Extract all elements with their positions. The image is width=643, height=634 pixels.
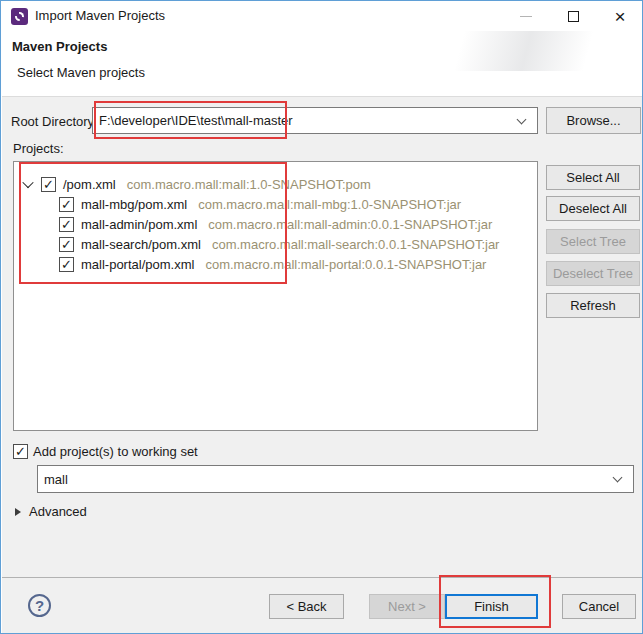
tree-item-label: mall-portal/pom.xml	[81, 257, 194, 272]
tree-item-mall-portal[interactable]: ✓ mall-portal/pom.xml com.macro.mall:mal…	[14, 254, 537, 274]
checkbox-mall-admin[interactable]: ✓	[59, 217, 74, 232]
wizard-content: Root Directory: F:\developer\IDE\test\ma…	[2, 97, 643, 577]
tree-item-label: mall-search/pom.xml	[81, 237, 201, 252]
advanced-expander[interactable]: Advanced	[15, 504, 87, 519]
minimize-button	[506, 1, 546, 31]
tree-item-artifact: com.macro.mall:mall-portal:0.0.1-SNAPSHO…	[205, 257, 486, 272]
tree-item-mall-admin[interactable]: ✓ mall-admin/pom.xml com.macro.mall:mall…	[14, 214, 537, 234]
close-button[interactable]: ×	[600, 1, 640, 31]
import-maven-projects-dialog: Import Maven Projects × Maven Projects S…	[0, 0, 643, 634]
question-mark-icon: ?	[35, 597, 44, 614]
working-set-checkbox-row[interactable]: ✓ Add project(s) to working set	[13, 444, 198, 459]
working-set-label: Add project(s) to working set	[33, 444, 198, 459]
deselect-tree-button: Deselect Tree	[546, 261, 640, 286]
tree-item-root-pom[interactable]: ✓ /pom.xml com.macro.mall:mall:1.0-SNAPS…	[14, 174, 537, 194]
root-directory-value[interactable]: F:\developer\IDE\test\mall-master	[93, 113, 518, 128]
maximize-button[interactable]	[553, 1, 593, 31]
checkbox-mall-portal[interactable]: ✓	[59, 257, 74, 272]
maven-import-icon	[11, 8, 28, 25]
chevron-down-icon[interactable]	[22, 177, 33, 188]
window-title: Import Maven Projects	[35, 8, 165, 23]
wizard-subtitle: Select Maven projects	[17, 65, 145, 80]
finish-button[interactable]: Finish	[445, 594, 538, 619]
back-button[interactable]: < Back	[269, 594, 344, 619]
advanced-label: Advanced	[29, 504, 87, 519]
working-set-combo[interactable]: mall	[37, 465, 634, 493]
select-all-button[interactable]: Select All	[546, 165, 640, 190]
projects-tree[interactable]: ✓ /pom.xml com.macro.mall:mall:1.0-SNAPS…	[13, 161, 538, 431]
tree-item-mall-mbg[interactable]: ✓ mall-mbg/pom.xml com.macro.mall:mall-m…	[14, 194, 537, 214]
root-directory-label: Root Directory:	[11, 114, 98, 129]
working-set-checkbox[interactable]: ✓	[13, 444, 28, 459]
checkbox-root-pom[interactable]: ✓	[41, 177, 56, 192]
triangle-right-icon	[15, 508, 21, 516]
wizard-header: Maven Projects Select Maven projects	[2, 31, 643, 97]
tree-item-artifact: com.macro.mall:mall:1.0-SNAPSHOT:pom	[127, 177, 371, 192]
tree-item-label: /pom.xml	[63, 177, 116, 192]
deselect-all-button[interactable]: Deselect All	[546, 196, 640, 221]
root-directory-combo[interactable]: F:\developer\IDE\test\mall-master	[92, 107, 538, 134]
tree-item-artifact: com.macro.mall:mall-mbg:1.0-SNAPSHOT:jar	[198, 197, 461, 212]
select-tree-button: Select Tree	[546, 229, 640, 254]
button-bar: ? < Back Next > Finish Cancel	[2, 577, 643, 634]
gear-icon	[15, 12, 24, 21]
working-set-value[interactable]: mall	[38, 472, 614, 487]
refresh-button[interactable]: Refresh	[546, 293, 640, 318]
checkbox-mall-mbg[interactable]: ✓	[59, 197, 74, 212]
minimize-icon	[520, 16, 532, 17]
projects-label: Projects:	[13, 141, 64, 156]
tree-item-artifact: com.macro.mall:mall-admin:0.0.1-SNAPSHOT…	[208, 217, 492, 232]
close-icon: ×	[614, 7, 625, 26]
next-button: Next >	[369, 594, 445, 619]
wizard-title: Maven Projects	[12, 39, 107, 54]
tree-item-mall-search[interactable]: ✓ mall-search/pom.xml com.macro.mall:mal…	[14, 234, 537, 254]
titlebar: Import Maven Projects ×	[1, 1, 642, 31]
chevron-down-icon[interactable]	[613, 473, 623, 483]
chevron-down-icon[interactable]	[517, 114, 527, 124]
help-button[interactable]: ?	[28, 594, 51, 617]
header-gradient	[383, 31, 643, 71]
checkbox-mall-search[interactable]: ✓	[59, 237, 74, 252]
browse-button[interactable]: Browse...	[546, 107, 641, 134]
tree-item-artifact: com.macro.mall:mall-search:0.0.1-SNAPSHO…	[212, 237, 500, 252]
tree-item-label: mall-mbg/pom.xml	[81, 197, 187, 212]
maximize-icon	[568, 11, 579, 22]
tree-item-label: mall-admin/pom.xml	[81, 217, 197, 232]
cancel-button[interactable]: Cancel	[562, 594, 636, 619]
